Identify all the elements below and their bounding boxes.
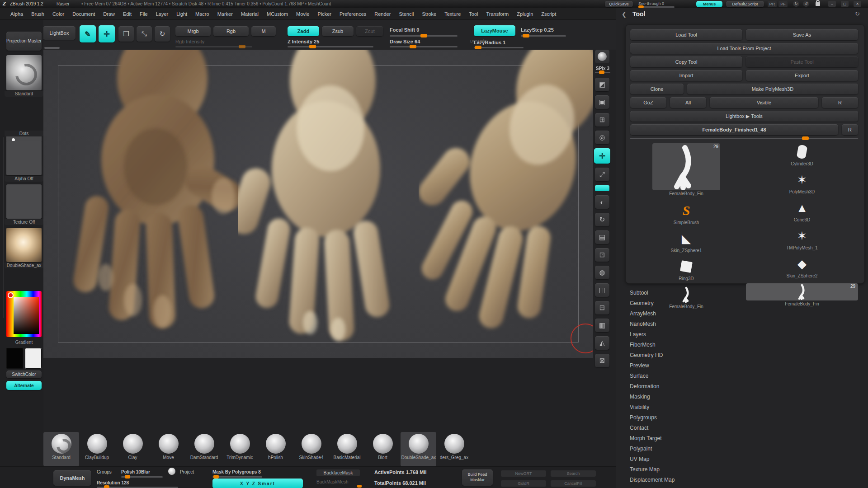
mask-by-polygroups-slider[interactable]: Mask By Polygroups 8 <box>212 469 261 474</box>
menu-item-transform[interactable]: Transform <box>482 9 513 19</box>
backface-mask-toggle[interactable]: BackfaceMask <box>316 469 360 476</box>
tool-section-displacement-map[interactable]: Displacement Map <box>624 474 859 485</box>
shelf-icon-9[interactable]: ⊡ <box>595 248 609 262</box>
shelf-icon-7[interactable]: ↻ <box>595 213 609 226</box>
shelf-icon-0[interactable]: ◩ <box>595 78 609 91</box>
current-material-thumb[interactable] <box>6 228 42 262</box>
strip-item-move[interactable]: Move <box>151 432 186 466</box>
tool-thumb-left-1[interactable]: ◣Skin_ZSphere1 <box>630 230 742 253</box>
strip-item-claybuildup[interactable]: ClayBuildup <box>79 432 115 466</box>
project-toggle[interactable]: Project <box>180 469 194 474</box>
tool-section-subtool[interactable]: Subtool <box>624 287 859 298</box>
menus-toggle[interactable]: Menus <box>696 1 722 7</box>
menu-item-marker[interactable]: Marker <box>213 9 237 19</box>
load-tools-from-project-button[interactable]: Load Tools From Project <box>630 43 858 54</box>
current-alpha-thumb[interactable] <box>6 141 42 175</box>
zsub-button[interactable]: Zsub <box>322 26 354 36</box>
tool-section-arraymesh[interactable]: ArrayMesh <box>624 308 859 319</box>
tool-section-nanomesh[interactable]: NanoMesh <box>624 319 859 329</box>
tool-thumb-right-4[interactable]: ◆Skin_ZSphere2 <box>746 255 858 278</box>
backmask-handle[interactable] <box>357 485 362 488</box>
symmetry-button-group[interactable]: X Y Z Smart <box>212 479 303 488</box>
menu-item-stencil[interactable]: Stencil <box>395 9 418 19</box>
tool-section-uv-map[interactable]: UV Map <box>624 454 859 464</box>
spix-slider[interactable]: SPix 3 <box>596 66 614 71</box>
strip-item-standard[interactable]: Standard <box>43 432 79 466</box>
z-intensity-track[interactable] <box>288 46 373 47</box>
mask-by-polygroups-track[interactable] <box>212 476 262 478</box>
lazystep-track[interactable] <box>521 35 566 37</box>
export-button[interactable]: Export <box>746 70 858 81</box>
tool-section-contact[interactable]: Contact <box>624 422 859 433</box>
current-tool-r-button[interactable]: R <box>842 124 858 135</box>
menu-item-document[interactable]: Document <box>68 9 99 19</box>
menu-item-macro[interactable]: Macro <box>191 9 213 19</box>
shelf-icon-1[interactable]: ▣ <box>595 95 609 109</box>
strip-item-damstandard[interactable]: DamStandard <box>186 432 222 466</box>
menu-item-file[interactable]: File <box>136 9 152 19</box>
menu-item-zplugin[interactable]: Zplugin <box>513 9 537 19</box>
tool-section-morph-target[interactable]: Morph Target <box>624 433 859 443</box>
focal-shift-track[interactable] <box>390 35 458 37</box>
lazyradius-track[interactable] <box>474 47 524 48</box>
tool-section-visibility[interactable]: Visibility <box>624 402 859 412</box>
shelf-icon-3[interactable]: ◎ <box>595 131 609 144</box>
strip-item-trimdynamic[interactable]: TrimDynamic <box>222 432 258 466</box>
strip-item-basicmaterial[interactable]: BasicMaterial <box>329 432 365 466</box>
move-mode-button[interactable]: ❐ <box>118 26 134 42</box>
close-button[interactable]: ✕ <box>854 1 861 7</box>
secondary-color-swatch[interactable] <box>25 348 42 369</box>
save-as-button[interactable]: Save As <box>746 29 858 40</box>
tool-thumb-right-0[interactable]: Cylinder3D <box>746 143 858 166</box>
pf-chip[interactable]: PF <box>778 1 788 7</box>
dynamesh-button[interactable]: DynaMesh <box>53 470 91 486</box>
menu-item-material[interactable]: Material <box>237 9 263 19</box>
tool-thumb-left-2[interactable]: Ring3D <box>630 258 742 281</box>
tool-thumb-left-0[interactable]: SSimpleBrush <box>630 202 742 225</box>
material-preview-icon[interactable] <box>595 50 609 63</box>
tool-section-surface[interactable]: Surface <box>624 371 859 381</box>
misc-button-search[interactable]: Search <box>551 470 596 477</box>
menu-item-tool[interactable]: Tool <box>465 9 482 19</box>
shelf-icon-4[interactable]: ✛ <box>594 148 610 164</box>
shelf-icon-13[interactable]: ▥ <box>595 319 609 332</box>
shelf-icon-2[interactable]: ⊞ <box>595 113 609 127</box>
rgb-intensity-slider[interactable]: Rgb Intensity <box>175 39 204 44</box>
shelf-icon-12[interactable]: ⊟ <box>595 301 609 314</box>
rgb-intensity-track[interactable] <box>175 46 252 47</box>
lightbox-tools-button[interactable]: Lightbox ▶ Tools <box>630 111 858 122</box>
tool-section-polygroups[interactable]: Polygroups <box>624 412 859 422</box>
focal-shift-slider[interactable]: Focal Shift 0 <box>390 27 419 33</box>
spix-track[interactable] <box>595 72 610 73</box>
current-brush-thumb[interactable] <box>6 55 42 90</box>
tool-section-normal-map[interactable]: Normal Map <box>624 485 859 488</box>
lazystep-slider[interactable]: LazyStep 0.25 <box>521 27 554 33</box>
tool-section-masking[interactable]: Masking <box>624 391 859 402</box>
maximize-button[interactable]: ▢ <box>841 1 849 7</box>
see-through-track[interactable] <box>638 6 675 8</box>
rgb-button[interactable]: Rgb <box>213 26 249 36</box>
menu-item-movie[interactable]: Movie <box>292 9 313 19</box>
menu-item-preferences[interactable]: Preferences <box>335 9 370 19</box>
scale-mode-button[interactable]: ⤡ <box>137 26 152 42</box>
draw-mode-button[interactable]: ✛ <box>99 25 115 42</box>
goz-all-button[interactable]: All <box>670 97 706 108</box>
hue-cursor[interactable] <box>8 292 14 298</box>
pr-chip[interactable]: PR <box>768 1 777 7</box>
tool-section-deformation[interactable]: Deformation <box>624 381 859 391</box>
tray-divider-handle[interactable] <box>3 137 4 318</box>
menu-item-picker[interactable]: Picker <box>313 9 335 19</box>
groups-toggle[interactable]: Groups <box>97 469 112 474</box>
menu-item-mcustom[interactable]: MCustom <box>263 9 292 19</box>
misc-button-cancelfill[interactable]: CancelFill <box>551 480 596 487</box>
paste-tool-button[interactable]: Paste Tool <box>746 56 858 67</box>
menu-item-edit[interactable]: Edit <box>119 9 136 19</box>
tool-thumb-right-1[interactable]: ✶PolyMesh3D <box>746 171 858 194</box>
z-intensity-slider[interactable]: Z Intensity 25 <box>288 39 319 44</box>
shelf-icon-6[interactable]: ◐ <box>595 195 609 209</box>
strip-item-clay[interactable]: Clay <box>115 432 151 466</box>
current-tool-name[interactable]: FemaleBody_Finished1_48 <box>630 124 838 135</box>
tool-section-texture-map[interactable]: Texture Map <box>624 464 859 474</box>
edit-mode-button[interactable]: ✎ <box>80 25 96 42</box>
quicksave-button[interactable]: QuickSave <box>605 1 633 7</box>
